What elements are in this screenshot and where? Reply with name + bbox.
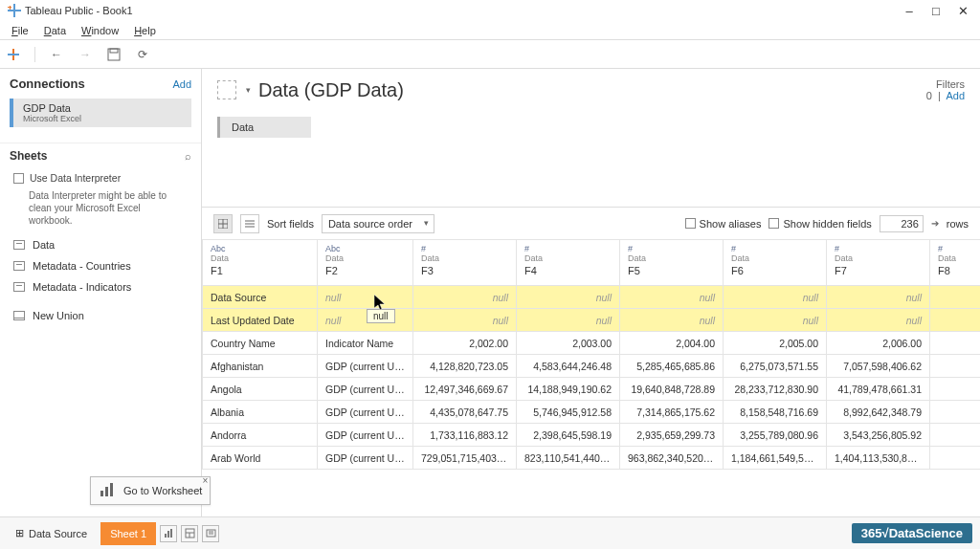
data-grid[interactable]: AbcDataF1AbcDataF2#DataF3#DataF4#DataF5#…	[202, 239, 980, 516]
minimize-button[interactable]: –	[896, 4, 923, 18]
menu-window[interactable]: Window	[74, 25, 126, 36]
filters-count: 0	[926, 90, 932, 101]
table-row[interactable]: AfghanistanGDP (current US$)4,128,820,72…	[203, 355, 981, 378]
back-icon[interactable]: ←	[49, 47, 64, 62]
svg-rect-1	[8, 10, 21, 11]
connection-item[interactable]: GDP Data Microsoft Excel	[10, 99, 191, 127]
toolbar: ← → ⟳	[0, 40, 980, 69]
svg-rect-18	[167, 531, 169, 538]
new-worksheet-button[interactable]	[160, 525, 177, 542]
caret-icon[interactable]: ▾	[246, 85, 251, 95]
show-hidden-label: Show hidden fields	[783, 218, 871, 230]
save-icon[interactable]	[106, 47, 122, 62]
grid-view-button[interactable]	[213, 214, 233, 233]
sort-order-select[interactable]: Data source order	[322, 214, 434, 233]
column-header-f2[interactable]: AbcDataF2	[318, 240, 413, 286]
show-hidden-checkbox[interactable]	[768, 218, 779, 229]
data-table-pill[interactable]: Data	[217, 117, 311, 138]
svg-rect-5	[8, 54, 19, 55]
table-row[interactable]: Data Sourcenullnullnullnullnullnull	[203, 286, 981, 309]
column-header-f6[interactable]: #DataF6	[724, 240, 827, 286]
show-aliases-checkbox[interactable]	[685, 218, 696, 229]
menu-bar: File Data Window Help	[0, 21, 980, 40]
add-connection-button[interactable]: Add	[172, 78, 191, 90]
sheet-item-indicators[interactable]: Metadata - Indicators	[0, 276, 201, 297]
use-interpreter-label: Use Data Interpreter	[30, 172, 121, 184]
sheet-item-data[interactable]: Data	[0, 234, 201, 255]
go-to-worksheet-callout[interactable]: Go to Worksheet ×	[90, 476, 211, 505]
table-row[interactable]: AlbaniaGDP (current US$)4,435,078,647.75…	[203, 401, 981, 424]
column-header-f5[interactable]: #DataF5	[620, 240, 724, 286]
table-row[interactable]: Last Updated Datenullnullnullnullnullnul…	[203, 309, 981, 332]
watermark: 365√DataScience	[852, 523, 972, 543]
datasource-logo-icon	[217, 80, 236, 99]
sort-fields-label: Sort fields	[267, 218, 314, 230]
rows-input[interactable]: 236	[880, 215, 924, 232]
column-header-f8[interactable]: #DataF8	[930, 240, 981, 286]
search-sheets-icon[interactable]: ⌕	[185, 150, 191, 162]
svg-rect-16	[110, 483, 113, 496]
datasource-tab-icon: ⊞	[15, 527, 24, 539]
sheets-label: Sheets	[10, 149, 47, 163]
svg-rect-14	[100, 491, 103, 496]
bottom-tabs: ⊞Data Source Sheet 1	[0, 516, 980, 549]
interpreter-desc: Data Interpreter might be able to clean …	[0, 187, 201, 234]
filters-panel: Filters 0 | Add	[926, 78, 965, 101]
svg-rect-15	[105, 487, 108, 496]
connection-name: GDP Data	[23, 102, 182, 114]
go-to-worksheet-label: Go to Worksheet	[123, 485, 202, 496]
tab-sheet1[interactable]: Sheet 1	[100, 522, 156, 545]
table-row[interactable]: Country NameIndicator Name2,002.002,003.…	[203, 332, 981, 355]
mouse-cursor	[374, 295, 388, 315]
column-header-f3[interactable]: #DataF3	[413, 240, 517, 286]
table-row[interactable]: Arab WorldGDP (current US$)729,051,715,4…	[203, 447, 981, 470]
app-logo-icon	[8, 4, 21, 17]
worksheet-icon	[99, 481, 116, 500]
menu-data[interactable]: Data	[36, 25, 74, 36]
tableau-icon[interactable]	[6, 47, 21, 62]
refresh-icon[interactable]: ⟳	[135, 47, 150, 62]
join-canvas[interactable]: Data	[202, 111, 980, 207]
sheet-icon	[13, 282, 25, 292]
grid-toolbar: Sort fields Data source order Show alias…	[202, 207, 980, 239]
union-icon	[13, 311, 25, 320]
use-interpreter-checkbox[interactable]	[13, 173, 24, 184]
add-filter-button[interactable]: Add	[946, 90, 965, 101]
datasource-title: Data (GDP Data)	[258, 79, 926, 101]
sheet-icon	[13, 261, 25, 271]
column-header-f1[interactable]: AbcDataF1	[203, 240, 318, 286]
column-header-f4[interactable]: #DataF4	[517, 240, 620, 286]
new-dashboard-button[interactable]	[181, 525, 198, 542]
close-button[interactable]: ✕	[949, 4, 976, 18]
sheet-icon	[13, 240, 25, 250]
new-union-button[interactable]: New Union	[0, 305, 201, 326]
svg-rect-3	[8, 7, 11, 8]
connections-label: Connections	[10, 77, 85, 91]
rows-arrow-icon[interactable]: ➔	[931, 218, 939, 229]
rows-label: rows	[947, 218, 969, 230]
svg-rect-19	[170, 529, 172, 538]
connection-type: Microsoft Excel	[23, 114, 182, 123]
column-header-f7[interactable]: #DataF7	[827, 240, 930, 286]
maximize-button[interactable]: □	[923, 4, 949, 18]
table-row[interactable]: AndorraGDP (current US$)1,733,116,883.12…	[203, 424, 981, 447]
filters-label: Filters	[926, 78, 965, 90]
menu-file[interactable]: File	[4, 25, 36, 36]
svg-rect-7	[110, 49, 118, 53]
sheet-item-countries[interactable]: Metadata - Countries	[0, 255, 201, 276]
forward-icon[interactable]: →	[78, 47, 93, 62]
tab-data-source[interactable]: ⊞Data Source	[6, 521, 97, 545]
table-row[interactable]: AngolaGDP (current US$)12,497,346,669.67…	[203, 378, 981, 401]
svg-rect-17	[165, 534, 167, 538]
menu-help[interactable]: Help	[126, 25, 164, 36]
sidebar: Connections Add GDP Data Microsoft Excel…	[0, 69, 202, 516]
show-aliases-label: Show aliases	[700, 218, 762, 230]
list-view-button[interactable]	[240, 214, 259, 233]
close-callout-icon[interactable]: ×	[203, 475, 209, 486]
window-title: Tableau Public - Book1	[25, 5, 896, 16]
new-story-button[interactable]	[202, 525, 219, 542]
